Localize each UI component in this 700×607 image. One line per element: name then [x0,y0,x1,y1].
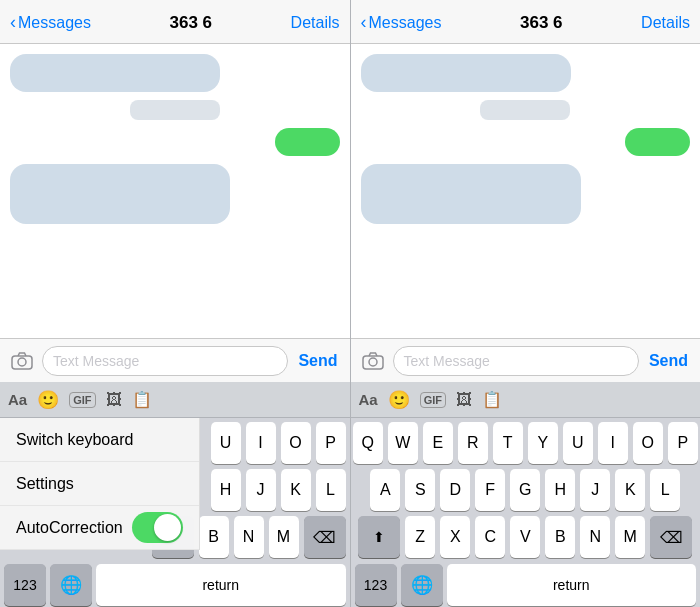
camera-button-right[interactable] [359,347,387,375]
nav-title-left: 363 6 [169,13,212,33]
bubble-center-right [480,100,570,120]
bubble-received-1-left [10,54,220,92]
nav-detail-right[interactable]: Details [641,14,690,32]
bubble-center-left [130,100,220,120]
toggle-knob [154,514,181,541]
context-settings[interactable]: Settings [0,462,199,506]
svg-point-1 [18,358,26,366]
key-m2[interactable]: M [615,516,645,558]
key-e[interactable]: E [423,422,453,464]
space-key-left[interactable]: return [96,564,346,606]
msg-row-1-left [10,54,340,92]
toolbar-attach-right[interactable]: 📋 [482,390,502,409]
key-j[interactable]: J [246,469,276,511]
toolbar-aa-right[interactable]: Aa [359,391,378,408]
input-placeholder-left: Text Message [53,353,139,369]
keyboard-wrapper-left: Switch keyboard Settings AutoCorrection … [0,418,350,607]
back-chevron-right: ‹ [361,12,367,33]
key-u[interactable]: U [211,422,241,464]
key-q[interactable]: Q [353,422,383,464]
bubble-received-1-right [361,54,571,92]
keyboard-right: Q W E R T Y U I O P A S D F G H J K L ⬆ … [351,418,701,607]
text-input-right[interactable]: Text Message [393,346,639,376]
num-key-right[interactable]: 123 [355,564,397,606]
svg-point-3 [369,358,377,366]
space-key-right[interactable]: return [447,564,697,606]
nav-title-right: 363 6 [520,13,563,33]
send-button-left[interactable]: Send [294,352,341,370]
key-h2[interactable]: H [545,469,575,511]
msg-row-sent-left [10,128,340,156]
key-b[interactable]: B [199,516,229,558]
bubble-sent-right [625,128,690,156]
bubble-long-left [10,164,230,224]
back-chevron-left: ‹ [10,12,16,33]
key-k2[interactable]: K [615,469,645,511]
key-i2[interactable]: I [598,422,628,464]
key-s[interactable]: S [405,469,435,511]
messages-area-left [0,44,350,338]
key-g[interactable]: G [510,469,540,511]
key-d[interactable]: D [440,469,470,511]
autocorrection-toggle[interactable] [132,512,183,543]
key-row-2-right: A S D F G H J K L [351,469,701,511]
toolbar-attach-left[interactable]: 📋 [132,390,152,409]
key-p2[interactable]: P [668,422,698,464]
key-h[interactable]: H [211,469,241,511]
key-w[interactable]: W [388,422,418,464]
key-v[interactable]: V [510,516,540,558]
key-l[interactable]: L [316,469,346,511]
toolbar-image-right[interactable]: 🖼 [456,391,472,409]
msg-row-sent-right [361,128,691,156]
keyboard-toolbar-left: Aa 🙂 GIF 🖼 📋 [0,382,350,418]
context-switch-keyboard[interactable]: Switch keyboard [0,418,199,462]
nav-detail-left[interactable]: Details [291,14,340,32]
num-key-left[interactable]: 123 [4,564,46,606]
back-label-left: Messages [18,14,91,32]
key-u2[interactable]: U [563,422,593,464]
key-r[interactable]: R [458,422,488,464]
input-bar-right: Text Message Send [351,338,701,382]
toolbar-aa-left[interactable]: Aa [8,391,27,408]
nav-bar-right: ‹ Messages 363 6 Details [351,0,701,44]
send-button-right[interactable]: Send [645,352,692,370]
key-p[interactable]: P [316,422,346,464]
key-n2[interactable]: N [580,516,610,558]
nav-bar-left: ‹ Messages 363 6 Details [0,0,350,44]
key-delete-left[interactable]: ⌫ [304,516,346,558]
context-autocorrection: AutoCorrection [0,506,199,550]
toolbar-emoji-left[interactable]: 🙂 [37,389,59,411]
toolbar-gif-left[interactable]: GIF [69,392,95,408]
key-c[interactable]: C [475,516,505,558]
input-placeholder-right: Text Message [404,353,490,369]
key-i[interactable]: I [246,422,276,464]
key-t[interactable]: T [493,422,523,464]
key-y[interactable]: Y [528,422,558,464]
back-button-right[interactable]: ‹ Messages [361,12,442,33]
globe-key-left[interactable]: 🌐 [50,564,92,606]
key-l2[interactable]: L [650,469,680,511]
toolbar-gif-right[interactable]: GIF [420,392,446,408]
key-o2[interactable]: O [633,422,663,464]
toolbar-image-left[interactable]: 🖼 [106,391,122,409]
key-k[interactable]: K [281,469,311,511]
key-n[interactable]: N [234,516,264,558]
camera-button-left[interactable] [8,347,36,375]
context-menu-left: Switch keyboard Settings AutoCorrection [0,418,200,550]
key-j2[interactable]: J [580,469,610,511]
text-input-left[interactable]: Text Message [42,346,288,376]
key-a[interactable]: A [370,469,400,511]
key-m[interactable]: M [269,516,299,558]
key-delete-right[interactable]: ⌫ [650,516,692,558]
globe-key-right[interactable]: 🌐 [401,564,443,606]
key-shift-right[interactable]: ⬆ [358,516,400,558]
key-o[interactable]: O [281,422,311,464]
toolbar-emoji-right[interactable]: 🙂 [388,389,410,411]
key-f[interactable]: F [475,469,505,511]
back-button-left[interactable]: ‹ Messages [10,12,91,33]
key-z[interactable]: Z [405,516,435,558]
key-row-1-right: Q W E R T Y U I O P [351,422,701,464]
back-label-right: Messages [369,14,442,32]
key-x[interactable]: X [440,516,470,558]
key-b2[interactable]: B [545,516,575,558]
